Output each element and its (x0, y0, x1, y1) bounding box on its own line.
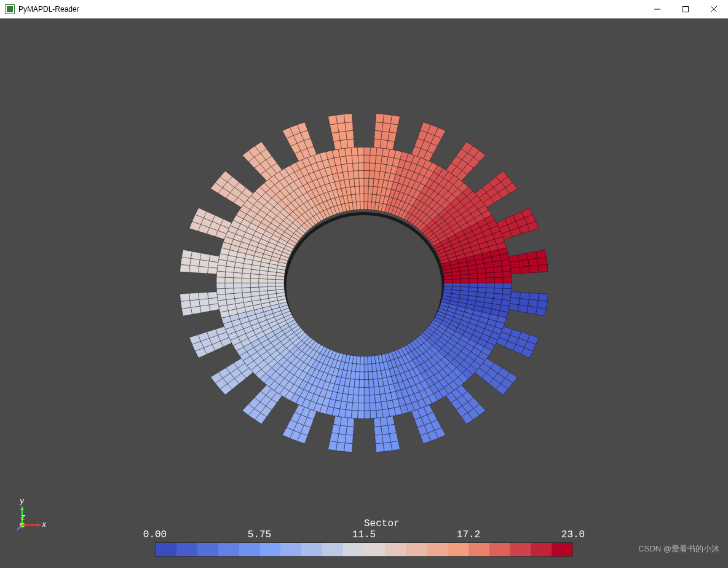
svg-rect-1 (683, 6, 689, 12)
minimize-button[interactable] (643, 0, 671, 18)
svg-marker-7 (37, 523, 41, 527)
window-titlebar: PyMAPDL-Reader (0, 0, 728, 18)
axis-z-label: z (21, 514, 25, 521)
legend-tick: 17.2 (457, 530, 480, 540)
svg-marker-9 (20, 507, 24, 510)
axis-x-label: x (42, 521, 46, 529)
app-icon (5, 4, 15, 14)
scene (0, 18, 728, 568)
legend-tick: 23.0 (561, 530, 585, 540)
close-button[interactable] (700, 0, 728, 18)
legend-colorbar (155, 542, 573, 557)
maximize-button[interactable] (671, 0, 700, 18)
axis-triad: x y z (11, 499, 48, 536)
watermark: CSDN @爱看书的小沐 (638, 543, 719, 554)
svg-line-10 (17, 525, 22, 530)
legend-title: Sector (364, 519, 573, 529)
legend-tick: 5.75 (248, 530, 271, 540)
render-viewport[interactable]: x y z Sector 0.005.7511.517.223.0 CSDN @… (0, 18, 728, 568)
legend-tick: 0.00 (143, 530, 167, 540)
legend-tick: 11.5 (352, 530, 376, 540)
legend-ticks: 0.005.7511.517.223.0 (155, 530, 573, 541)
maximize-icon (682, 6, 689, 12)
scalar-legend: Sector 0.005.7511.517.223.0 (155, 519, 573, 557)
close-icon (711, 6, 717, 12)
cyclic-sector-mesh (143, 54, 585, 497)
window-title: PyMAPDL-Reader (18, 5, 79, 14)
minimize-icon (654, 6, 660, 12)
axis-y-label: y (20, 498, 24, 505)
